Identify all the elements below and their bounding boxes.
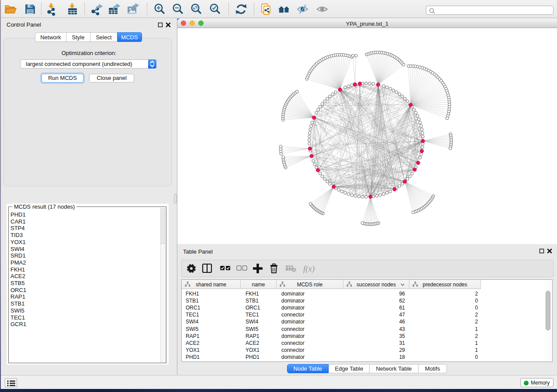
- svg-text:f(x): f(x): [303, 264, 315, 274]
